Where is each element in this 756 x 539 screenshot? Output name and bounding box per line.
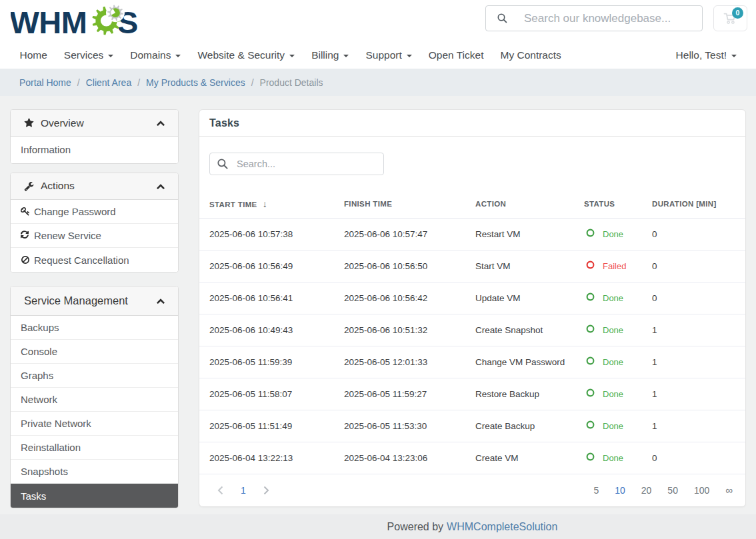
nav-item-label: Support — [365, 49, 401, 61]
sidebar-item-change-password[interactable]: Change Password — [11, 200, 178, 224]
action-cell: Restart VM — [475, 218, 584, 250]
sidebar-item-label: Tasks — [21, 490, 46, 502]
status-label: Done — [603, 357, 623, 367]
action-cell: Start VM — [475, 250, 584, 282]
sidebar-item-snapshots[interactable]: Snapshots — [11, 460, 178, 484]
page-size-option-20[interactable]: 20 — [633, 485, 660, 496]
page-size-option-50[interactable]: 50 — [659, 485, 686, 496]
column-header-label: STATUS — [584, 200, 615, 208]
sidebar-item-renew-service[interactable]: Renew Service — [11, 224, 178, 248]
sidebar-item-label: Information — [21, 144, 71, 155]
column-header-finish-time[interactable]: FINISH TIME — [344, 190, 475, 218]
sidebar-panel-header-actions[interactable]: Actions — [11, 173, 178, 200]
sidebar-panel-header-overview[interactable]: Overview — [11, 110, 178, 137]
status-label: Done — [603, 325, 623, 335]
wrench-icon — [23, 181, 34, 191]
column-header-label: ACTION — [475, 200, 506, 208]
pagination: 1 5102050100∞ — [199, 474, 745, 506]
finish-time-cell: 2025-06-05 11:59:27 — [344, 378, 475, 410]
nav-item-my-contracts[interactable]: My Contracts — [492, 41, 569, 69]
finish-time-cell: 2025-06-06 10:56:50 — [344, 250, 475, 282]
chevron-right-icon — [263, 486, 269, 495]
nav-item-domains[interactable]: Domains — [122, 41, 189, 69]
nav-item-label: Website & Security — [197, 49, 285, 61]
nav-item-services[interactable]: Services — [55, 41, 121, 69]
sidebar-item-graphs[interactable]: Graphs — [11, 364, 178, 388]
duration-cell: 1 — [652, 346, 745, 378]
sort-descending-icon: ↓ — [263, 199, 267, 209]
status-cell-wrap: Done — [584, 378, 652, 410]
column-header-status[interactable]: STATUS — [584, 190, 652, 218]
svg-text:WHM: WHM — [11, 5, 87, 38]
page-size-option-all[interactable]: ∞ — [717, 484, 735, 496]
breadcrumb-link-product-details: Product Details — [260, 77, 323, 88]
previous-page-button[interactable] — [209, 486, 231, 495]
breadcrumb-item: Portal Home — [19, 77, 71, 88]
page-size-option-10[interactable]: 10 — [607, 485, 633, 496]
next-page-button[interactable] — [255, 486, 277, 495]
breadcrumb-separator: / — [131, 77, 146, 88]
sidebar-panel-service-management: Service ManagementBackupsConsoleGraphsNe… — [10, 286, 179, 508]
sidebar-item-request-cancellation[interactable]: Request Cancellation — [11, 248, 178, 272]
sidebar-item-reinstallation[interactable]: Reinstallation — [11, 436, 178, 460]
page-size-option-5[interactable]: 5 — [585, 485, 607, 496]
nav-item-website-security[interactable]: Website & Security — [189, 41, 303, 69]
start-time-cell: 2025-06-05 11:58:07 — [199, 378, 344, 410]
table-row: 2025-06-06 10:56:412025-06-06 10:56:42Up… — [199, 282, 745, 314]
sidebar-item-console[interactable]: Console — [11, 340, 178, 364]
breadcrumb-link-my-products-services[interactable]: My Products & Services — [146, 77, 245, 88]
nav-item-support[interactable]: Support — [357, 41, 420, 69]
table-row: 2025-06-04 13:22:132025-06-04 13:23:06Cr… — [199, 442, 745, 474]
sidebar-item-tasks[interactable]: Tasks — [11, 484, 178, 508]
top-header: WHM S 0 — [0, 0, 756, 41]
column-header-duration-min[interactable]: DURATION [MIN] — [652, 190, 745, 218]
breadcrumb-item: /My Products & Services — [131, 77, 245, 88]
nav-item-billing[interactable]: Billing — [303, 41, 357, 69]
column-header-start-time[interactable]: START TIME↓ — [199, 190, 344, 218]
column-header-action[interactable]: ACTION — [475, 190, 584, 218]
sidebar-item-information[interactable]: Information — [11, 137, 178, 163]
chevron-up-icon[interactable] — [156, 296, 165, 305]
chevron-up-icon[interactable] — [156, 182, 165, 191]
finish-time-cell: 2025-06-06 10:51:32 — [344, 314, 475, 346]
nav-list: HomeServicesDomainsWebsite & SecurityBil… — [11, 41, 569, 69]
breadcrumb-item: /Client Area — [71, 77, 131, 88]
whmcs-link[interactable]: WHMCompleteSolution — [447, 521, 557, 533]
nav-item-label: Services — [64, 49, 103, 61]
breadcrumb-link-client-area[interactable]: Client Area — [86, 77, 131, 88]
sidebar-item-backups[interactable]: Backups — [11, 316, 178, 340]
chevron-down-icon — [175, 55, 181, 57]
status-cell-wrap: Done — [584, 442, 652, 474]
sidebar-item-label: Reinstallation — [21, 442, 81, 453]
sidebar-item-private-network[interactable]: Private Network — [11, 412, 178, 436]
nav-item-home[interactable]: Home — [11, 41, 55, 69]
tasks-panel: Tasks START TIME↓FINISH TIMEACTIONSTATUS… — [199, 109, 746, 507]
page-number[interactable]: 1 — [231, 485, 255, 496]
chevron-up-icon[interactable] — [156, 119, 165, 127]
sidebar-item-network[interactable]: Network — [11, 388, 178, 412]
cart-button[interactable]: 0 — [713, 5, 747, 31]
start-time-cell: 2025-06-05 11:51:49 — [199, 410, 344, 442]
table-search-wrap — [199, 137, 745, 190]
pager-controls: 1 — [209, 485, 277, 496]
sidebar-panel-title: Overview — [41, 117, 156, 129]
duration-cell: 1 — [652, 314, 745, 346]
nav-item-open-ticket[interactable]: Open Ticket — [420, 41, 492, 69]
chevron-down-icon — [343, 55, 349, 57]
action-cell: Change VM Password — [475, 346, 584, 378]
account-menu[interactable]: Hello, Test! — [676, 49, 745, 61]
column-header-label: DURATION [MIN] — [652, 200, 717, 208]
whmcs-logo[interactable]: WHM S — [11, 4, 137, 37]
table-row: 2025-06-06 10:56:492025-06-06 10:56:50St… — [199, 250, 745, 282]
breadcrumb-link-portal-home[interactable]: Portal Home — [19, 77, 71, 88]
sidebar-panel-header-service-management[interactable]: Service Management — [11, 286, 178, 316]
sidebar-panel-overview: OverviewInformation — [10, 109, 179, 164]
key-icon — [21, 207, 32, 216]
status-cell-wrap: Done — [584, 410, 652, 442]
sidebar-item-label: Network — [21, 394, 57, 405]
status-cell-wrap: Done — [584, 218, 652, 250]
knowledgebase-search-input[interactable] — [524, 12, 694, 25]
chevron-down-icon — [289, 55, 295, 57]
page-size-option-100[interactable]: 100 — [686, 485, 717, 496]
table-search-input[interactable] — [237, 159, 377, 169]
